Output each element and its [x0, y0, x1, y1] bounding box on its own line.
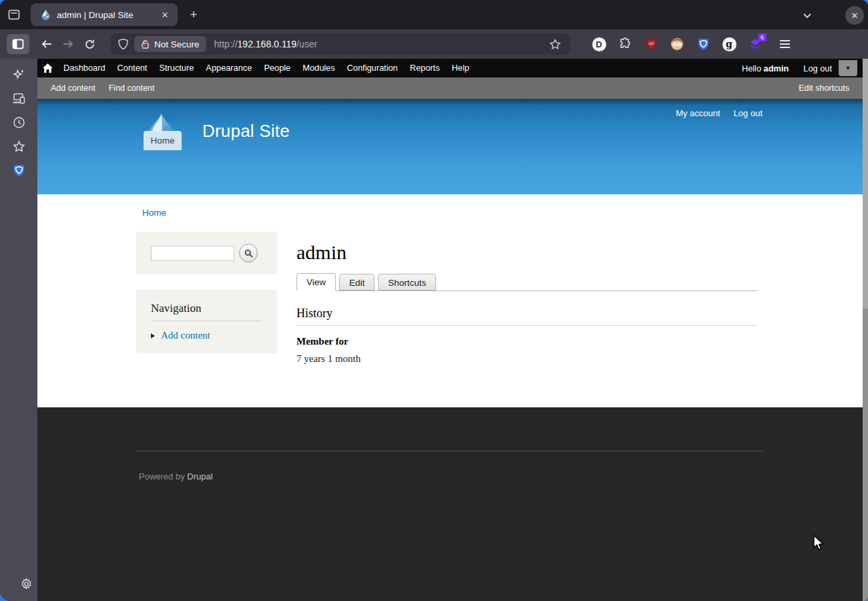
- broken-lock-icon: [141, 39, 150, 49]
- settings-gear-icon[interactable]: [15, 573, 37, 594]
- firefox-sidebar: [0, 59, 37, 601]
- tab-close-icon[interactable]: ✕: [158, 7, 172, 22]
- admin-menu-people[interactable]: People: [258, 59, 296, 77]
- search-submit-icon[interactable]: [239, 244, 258, 262]
- admin-menu-configuration[interactable]: Configuration: [341, 59, 404, 77]
- history-clock-icon[interactable]: [7, 112, 30, 133]
- admin-menu-help[interactable]: Help: [446, 59, 475, 77]
- window-close-button[interactable]: ✕: [845, 6, 864, 25]
- add-content-link[interactable]: Add content: [161, 330, 210, 341]
- edit-shortcuts-link[interactable]: Edit shortcuts: [799, 83, 849, 93]
- breadcrumb: Home: [136, 194, 764, 218]
- main-column: admin View Edit Shortcuts History Member…: [296, 232, 757, 365]
- d-circle-extension-icon[interactable]: D: [589, 34, 609, 54]
- site-name[interactable]: Drupal Site: [202, 121, 290, 142]
- site-header: My account Log out: [37, 99, 863, 194]
- admin-menu-reports[interactable]: Reports: [404, 59, 446, 77]
- drupal-admin-toolbar: Dashboard Content Structure Appearance P…: [37, 59, 863, 77]
- admin-home-icon[interactable]: [37, 63, 57, 73]
- drupal-footer-link[interactable]: Drupal: [187, 471, 212, 481]
- sidebar-toggle-icon[interactable]: [7, 34, 29, 54]
- expand-triangle-icon[interactable]: [151, 333, 155, 339]
- admin-menu-dashboard[interactable]: Dashboard: [57, 59, 112, 77]
- mouse-cursor: [811, 534, 825, 552]
- g-circle-extension-icon[interactable]: g: [719, 34, 739, 54]
- admin-menu-appearance[interactable]: Appearance: [200, 59, 258, 77]
- shortcut-add-content[interactable]: Add content: [51, 83, 95, 93]
- reload-button[interactable]: [79, 34, 100, 54]
- admin-menu-modules[interactable]: Modules: [296, 59, 341, 77]
- search-block: [136, 232, 277, 274]
- back-button[interactable]: [36, 34, 57, 54]
- username: admin: [764, 63, 789, 73]
- page-title: admin: [296, 241, 757, 264]
- titlebar: admin | Drupal Site ✕ + ✕: [0, 0, 868, 29]
- member-for-label: Member for: [296, 336, 757, 347]
- ublock-shield-icon[interactable]: uO: [641, 34, 661, 54]
- greeting: Hello admin: [742, 63, 789, 73]
- search-input[interactable]: [151, 246, 234, 261]
- extensions-puzzle-icon[interactable]: [615, 34, 635, 54]
- browser-tab[interactable]: admin | Drupal Site ✕: [31, 3, 178, 26]
- shortcut-find-content[interactable]: Find content: [109, 83, 155, 93]
- main-menu-home-tab[interactable]: Home: [144, 131, 182, 150]
- url-text: http://192.168.0.119/user: [214, 39, 546, 49]
- breadcrumb-home-link[interactable]: Home: [142, 208, 166, 218]
- footer-divider: [136, 451, 764, 451]
- secondary-menu: My account Log out: [676, 108, 763, 118]
- tab-shortcuts[interactable]: Shortcuts: [378, 274, 436, 290]
- face-avatar-extension-icon[interactable]: [667, 34, 687, 54]
- browser-navbar: Not Secure http://192.168.0.119/user D: [0, 29, 868, 59]
- admin-menu-content[interactable]: Content: [112, 59, 154, 77]
- history-section-title: History: [296, 307, 757, 321]
- url-bar[interactable]: Not Secure http://192.168.0.119/user: [111, 33, 570, 55]
- tab-view[interactable]: View: [296, 273, 336, 291]
- shortcut-bar: Add content Find content Edit shortcuts: [37, 77, 863, 99]
- toolbar-toggle-icon[interactable]: ▼: [839, 60, 857, 76]
- navigation-block-title: Navigation: [151, 302, 262, 321]
- forward-button[interactable]: [57, 34, 79, 54]
- svg-text:uO: uO: [648, 41, 654, 45]
- page-scrollbar[interactable]: [863, 59, 868, 601]
- powered-by: Powered by Drupal: [136, 471, 764, 481]
- admin-logout-link[interactable]: Log out: [803, 63, 832, 73]
- navigation-block: Navigation Add content: [136, 290, 277, 353]
- menu-hamburger-icon[interactable]: [774, 34, 795, 54]
- ai-chat-sparkle-icon[interactable]: [7, 63, 30, 85]
- toolbox-icon[interactable]: [4, 5, 24, 25]
- extension-icons: D uO: [589, 34, 802, 54]
- browser-window: admin | Drupal Site ✕ + ✕: [0, 0, 868, 601]
- tab-list-chevron-icon[interactable]: [797, 5, 817, 25]
- site-footer: Powered by Drupal: [37, 407, 863, 601]
- bitwarden-shield-icon[interactable]: [693, 34, 713, 54]
- layers-extension-icon[interactable]: 6: [745, 34, 765, 54]
- shield-icon[interactable]: [118, 38, 129, 50]
- tab-title: admin | Drupal Site: [57, 10, 158, 20]
- main-content-area: Home: [37, 194, 863, 407]
- history-divider: [296, 325, 757, 326]
- drupal-favicon-icon: [40, 9, 51, 21]
- security-label: Not Secure: [154, 39, 200, 49]
- admin-menu-structure[interactable]: Structure: [153, 59, 200, 77]
- new-tab-button[interactable]: +: [184, 5, 203, 24]
- drupal-page: Dashboard Content Structure Appearance P…: [37, 59, 863, 601]
- main-menu: Home: [144, 131, 182, 150]
- sidebar-first: Navigation Add content: [136, 232, 277, 365]
- not-secure-chip[interactable]: Not Secure: [134, 36, 206, 52]
- bookmarks-star-icon[interactable]: [7, 136, 30, 157]
- bitwarden-sidebar-icon[interactable]: [7, 160, 30, 181]
- content-tabs: View Edit Shortcuts: [296, 273, 757, 291]
- tab-edit[interactable]: Edit: [339, 274, 375, 290]
- synced-tabs-devices-icon[interactable]: [7, 87, 30, 109]
- scrollbar-thumb[interactable]: [863, 59, 868, 309]
- bookmark-star-icon[interactable]: [546, 35, 564, 53]
- member-for-value: 7 years 1 month: [296, 353, 757, 365]
- my-account-link[interactable]: My account: [676, 108, 720, 118]
- extension-badge: 6: [758, 33, 767, 41]
- header-logout-link[interactable]: Log out: [734, 108, 763, 118]
